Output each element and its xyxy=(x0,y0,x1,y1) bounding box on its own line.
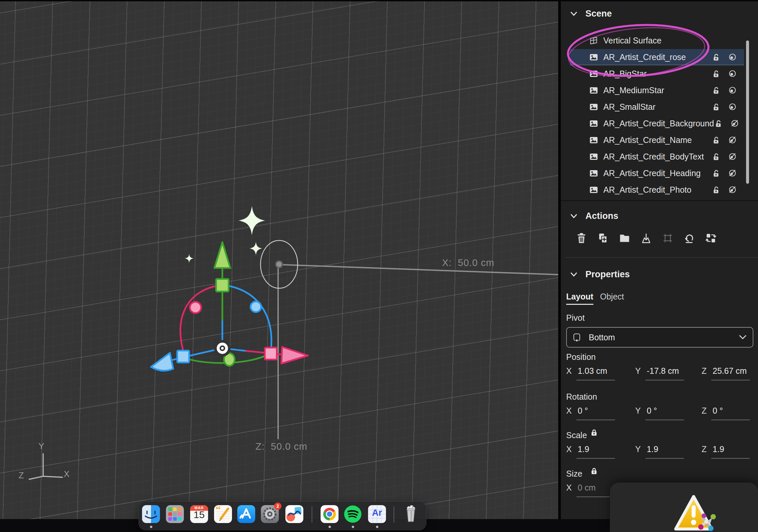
x-axis-arrow[interactable] xyxy=(281,347,308,364)
visibility-eye-icon[interactable] xyxy=(728,86,737,95)
lock-toggle-icon[interactable] xyxy=(712,153,720,161)
scene-item[interactable]: AR_Artist_Credit_Background xyxy=(570,115,744,131)
y-scale-handle[interactable] xyxy=(216,279,229,292)
visibility-eye-off-icon[interactable] xyxy=(728,169,737,177)
scene-item[interactable]: AR_SmallStar xyxy=(570,99,744,115)
properties-section-header[interactable]: Properties xyxy=(570,269,630,280)
import-icon[interactable] xyxy=(640,232,653,245)
lock-toggle-icon[interactable] xyxy=(714,119,722,128)
pivot-label: Pivot xyxy=(566,313,585,323)
dock-calendar-icon[interactable]: MAR 15 xyxy=(190,504,209,524)
dock-chrome-icon[interactable] xyxy=(320,504,339,524)
running-indicator xyxy=(376,526,378,528)
scale-z-input[interactable]: 1.9 xyxy=(711,444,750,459)
visibility-eye-icon[interactable] xyxy=(728,69,737,78)
x-distance-label: X: 50.0 cm xyxy=(442,257,494,268)
measure-guides xyxy=(261,240,558,439)
visibility-eye-off-icon[interactable] xyxy=(728,136,737,144)
z-axis-arrow[interactable] xyxy=(151,353,173,371)
scale-label: Scale xyxy=(566,431,587,440)
lock-toggle-icon[interactable] xyxy=(712,53,720,61)
rotation-x-input[interactable]: 0 ° xyxy=(576,406,615,420)
image-layer-icon xyxy=(589,152,598,161)
y-axis-arrow[interactable] xyxy=(214,242,230,268)
pivot-bottom-icon xyxy=(572,333,581,342)
dock-system-settings-icon[interactable]: 2 xyxy=(260,504,279,524)
size-lock-icon[interactable] xyxy=(590,467,598,475)
scene-scrollbar[interactable] xyxy=(746,40,749,184)
scene-item-vertical-surface[interactable]: Vertical Surface xyxy=(570,33,744,48)
size-label: Size xyxy=(566,469,582,479)
3d-viewport[interactable]: X: 50.0 cm Z: 50.0 cm Y Z X xyxy=(0,1,558,519)
scene-item[interactable]: AR_Artist_Credit_BodyText xyxy=(570,149,744,165)
vertical-surface-icon xyxy=(589,36,598,45)
visibility-eye-icon[interactable] xyxy=(728,53,737,61)
running-indicator xyxy=(150,526,152,528)
undo-icon[interactable] xyxy=(683,232,696,245)
scale-fields: X1.9 Y1.9 Z1.9 xyxy=(561,444,758,460)
z-rotate-handle[interactable] xyxy=(251,301,261,312)
chevron-down-icon xyxy=(739,335,747,340)
rotation-label: Rotation xyxy=(566,392,597,402)
duplicate-icon[interactable] xyxy=(596,232,610,245)
dock-adobe-aero-icon[interactable]: Ar xyxy=(367,504,387,524)
dock-launchpad-icon[interactable] xyxy=(165,504,185,524)
dock-pages-icon[interactable]: “ xyxy=(213,504,233,524)
dock-finder-icon[interactable] xyxy=(141,504,161,524)
dock-spotify-icon[interactable] xyxy=(343,504,362,524)
tab-layout[interactable]: Layout xyxy=(566,292,593,305)
position-z-input[interactable]: 25.67 cm xyxy=(711,366,750,380)
gizmo-center-handle[interactable] xyxy=(214,340,231,357)
scale-x-input[interactable]: 1.9 xyxy=(576,444,615,459)
visibility-eye-off-icon[interactable] xyxy=(730,119,739,128)
dock-divider xyxy=(312,506,312,523)
section-separator xyxy=(566,257,758,258)
lock-toggle-icon[interactable] xyxy=(712,70,720,78)
scene-item[interactable]: AR_Artist_Credit_Photo xyxy=(570,182,744,198)
lock-toggle-icon[interactable] xyxy=(712,136,720,144)
z-scale-handle[interactable] xyxy=(177,351,189,363)
frame-icon[interactable] xyxy=(661,232,674,245)
visibility-eye-off-icon[interactable] xyxy=(728,152,737,161)
visibility-eye-icon[interactable] xyxy=(728,102,737,111)
pivot-dropdown[interactable]: Bottom xyxy=(566,327,753,348)
lock-toggle-icon[interactable] xyxy=(712,169,720,177)
z-rotate-arc[interactable] xyxy=(225,285,271,352)
scene-item[interactable]: AR_Artist_Credit_Heading xyxy=(570,165,744,181)
dock-app-store-icon[interactable] xyxy=(237,504,256,524)
tab-object[interactable]: Object xyxy=(600,292,624,301)
dock-trash-icon[interactable] xyxy=(401,504,420,524)
lock-toggle-icon[interactable] xyxy=(712,186,720,194)
scene-item[interactable]: AR_BigStar xyxy=(570,66,744,82)
x-rotate-arc[interactable] xyxy=(181,285,220,356)
rotation-fields: X0 ° Y0 ° Z0 ° xyxy=(561,406,758,422)
size-x-input[interactable]: 0 cm xyxy=(576,483,615,497)
lock-toggle-icon[interactable] xyxy=(712,86,720,95)
x-rotate-handle[interactable] xyxy=(190,302,201,313)
z-distance-label: Z: 50.0 cm xyxy=(256,441,307,452)
scene-section-header[interactable]: Scene xyxy=(570,9,612,19)
delete-icon[interactable] xyxy=(575,232,588,245)
folder-icon[interactable] xyxy=(618,232,631,245)
visibility-eye-off-icon[interactable] xyxy=(728,185,737,194)
scale-lock-icon[interactable] xyxy=(590,429,598,436)
x-scale-handle[interactable] xyxy=(265,348,277,360)
position-fields: X1.03 cm Y-17.8 cm Z25.67 cm xyxy=(561,366,758,382)
rotation-y-input[interactable]: 0 ° xyxy=(645,406,684,420)
alert-dialog xyxy=(610,483,758,532)
lock-toggle-icon[interactable] xyxy=(712,103,720,111)
replace-icon[interactable] xyxy=(704,232,718,245)
position-x-input[interactable]: 1.03 cm xyxy=(576,366,615,380)
image-layer-icon xyxy=(589,69,598,78)
scene-item-selected[interactable]: AR_Artist_Credit_rose xyxy=(570,49,744,65)
calendar-day-text: 15 xyxy=(190,509,209,520)
actions-section-header[interactable]: Actions xyxy=(570,211,618,221)
position-label: Position xyxy=(566,352,596,362)
scene-item[interactable]: AR_Artist_Credit_Name xyxy=(570,132,744,148)
dock-divider xyxy=(394,506,394,523)
scene-item[interactable]: AR_MediumStar xyxy=(570,82,744,98)
scale-y-input[interactable]: 1.9 xyxy=(645,444,684,459)
position-y-input[interactable]: -17.8 cm xyxy=(645,366,684,380)
rotation-z-input[interactable]: 0 ° xyxy=(711,406,750,420)
dock-freeform-icon[interactable] xyxy=(285,504,304,524)
